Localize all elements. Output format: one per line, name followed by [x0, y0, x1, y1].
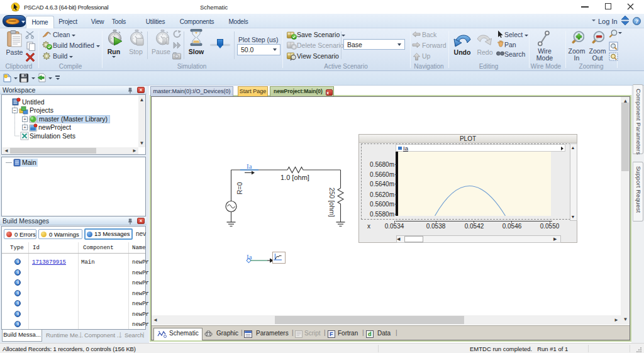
- svg-text:d: d: [368, 331, 372, 337]
- svg-text:F: F: [330, 331, 333, 337]
